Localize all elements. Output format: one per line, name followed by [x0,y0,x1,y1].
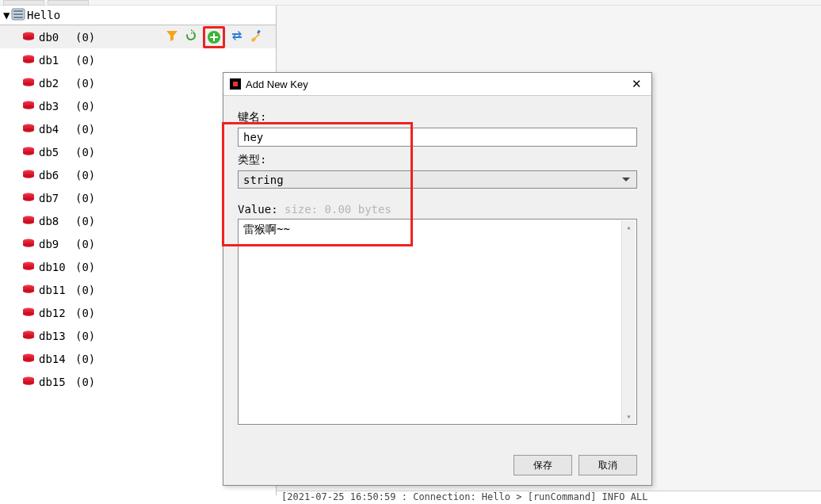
db-name: db12 [39,307,66,319]
database-icon [22,330,36,341]
swap-icon[interactable] [230,29,244,45]
db-key-count: (0) [75,238,95,250]
svg-point-27 [23,265,34,269]
app-icon [230,78,241,90]
database-icon [22,170,36,180]
scroll-down-icon[interactable]: ▾ [622,410,636,423]
svg-point-33 [23,334,34,338]
type-label: 类型: [238,153,637,167]
db-key-count: (0) [75,215,95,227]
db-key-count: (0) [75,146,95,158]
svg-point-5 [23,36,34,40]
svg-point-19 [23,174,34,178]
database-icon [22,353,36,364]
dialog-titlebar[interactable]: Add New Key ✕ [223,73,651,96]
cancel-button[interactable]: 取消 [579,455,637,475]
log-line: [2021-07-25 16:50:59 : Connection: Hello… [277,491,821,504]
add-key-icon[interactable] [203,26,225,48]
svg-point-11 [23,82,34,86]
db-name: db8 [39,215,66,227]
brush-icon[interactable] [249,29,263,45]
database-icon [22,376,36,387]
svg-point-29 [23,288,34,292]
svg-point-15 [23,128,34,132]
database-icon [22,284,36,295]
database-icon [22,307,36,318]
svg-point-21 [23,197,34,200]
connection-node[interactable]: ▼ Hello [0,6,276,25]
scroll-up-icon[interactable]: ▴ [622,220,636,234]
db-name: db14 [39,353,66,365]
db-key-count: (0) [75,353,95,365]
database-icon [22,32,36,42]
type-select-value: string [243,174,284,186]
database-icon [22,101,36,111]
db-key-count: (0) [75,307,95,319]
database-icon [22,193,36,203]
svg-rect-2 [13,13,23,15]
save-button[interactable]: 保存 [514,455,572,475]
db-row[interactable]: db1(0) [0,48,276,71]
dialog-title: Add New Key [246,78,308,90]
db-name: db4 [39,123,66,136]
db-key-count: (0) [75,192,95,204]
type-select[interactable]: string [238,170,637,189]
svg-point-9 [23,59,34,63]
database-icon [22,239,36,249]
database-icon [22,124,36,134]
db-name: db2 [39,77,66,90]
svg-point-23 [23,220,34,223]
database-icon [22,262,36,272]
db-key-count: (0) [75,261,95,273]
svg-point-37 [23,380,34,384]
db-key-count: (0) [75,31,95,44]
db-key-count: (0) [75,123,95,136]
filter-icon[interactable] [165,29,179,45]
db-name: db7 [39,192,66,204]
db-name: db15 [39,376,66,388]
db-key-count: (0) [75,376,95,388]
db-key-count: (0) [75,100,95,113]
db-name: db1 [39,54,66,67]
connection-name: Hello [27,9,60,21]
svg-point-13 [23,105,34,109]
value-label: Value: size: 0.00 bytes [238,203,637,216]
svg-point-17 [23,151,34,155]
db-name: db5 [39,146,66,158]
database-icon [22,55,36,65]
add-key-dialog: Add New Key ✕ 键名: 类型: string Value: size… [223,72,652,486]
db-key-count: (0) [75,54,95,67]
db-key-count: (0) [75,284,95,296]
svg-rect-1 [13,10,23,12]
db-key-count: (0) [75,169,95,181]
db-key-count: (0) [75,77,95,90]
server-icon [11,8,25,23]
key-name-label: 键名: [238,110,637,124]
db-name: db10 [39,261,66,273]
close-icon[interactable]: ✕ [628,77,645,91]
svg-point-35 [23,357,34,361]
db-name: db0 [39,31,66,44]
db-name: db3 [39,100,66,113]
svg-point-25 [23,242,34,246]
value-content: 雷猴啊~~ [243,223,632,237]
db-row[interactable]: db0(0) [0,25,276,48]
database-icon [22,78,36,88]
value-textarea[interactable]: 雷猴啊~~ ▴ ▾ [238,219,637,425]
db-name: db9 [39,238,66,250]
db-name: db11 [39,284,66,296]
reload-icon[interactable] [184,29,198,45]
db-name: db13 [39,330,66,342]
key-name-input[interactable] [238,128,637,147]
textarea-scrollbar[interactable]: ▴ ▾ [621,220,636,423]
database-icon [22,216,36,226]
db-name: db6 [39,169,66,181]
expand-arrow-icon: ▼ [3,9,11,21]
db-key-count: (0) [75,330,95,342]
svg-point-31 [23,311,34,315]
svg-rect-3 [13,17,23,18]
svg-rect-7 [257,30,261,34]
database-icon [22,147,36,157]
value-size-hint: size: 0.00 bytes [284,203,391,216]
